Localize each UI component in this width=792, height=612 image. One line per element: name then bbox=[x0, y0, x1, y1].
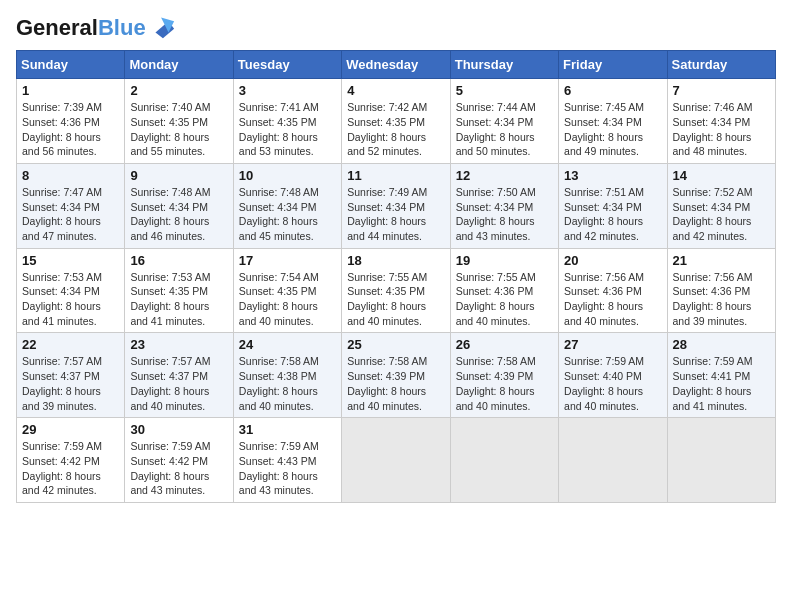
day-detail: Sunrise: 7:55 AMSunset: 4:36 PMDaylight:… bbox=[456, 271, 536, 327]
col-thursday: Thursday bbox=[450, 51, 558, 79]
calendar-cell: 4 Sunrise: 7:42 AMSunset: 4:35 PMDayligh… bbox=[342, 79, 450, 164]
calendar-cell: 27 Sunrise: 7:59 AMSunset: 4:40 PMDaylig… bbox=[559, 333, 667, 418]
day-detail: Sunrise: 7:58 AMSunset: 4:38 PMDaylight:… bbox=[239, 355, 319, 411]
calendar-cell: 29 Sunrise: 7:59 AMSunset: 4:42 PMDaylig… bbox=[17, 418, 125, 503]
calendar-cell: 25 Sunrise: 7:58 AMSunset: 4:39 PMDaylig… bbox=[342, 333, 450, 418]
calendar-cell: 26 Sunrise: 7:58 AMSunset: 4:39 PMDaylig… bbox=[450, 333, 558, 418]
day-number: 4 bbox=[347, 83, 444, 98]
day-detail: Sunrise: 7:40 AMSunset: 4:35 PMDaylight:… bbox=[130, 101, 210, 157]
day-detail: Sunrise: 7:46 AMSunset: 4:34 PMDaylight:… bbox=[673, 101, 753, 157]
day-number: 17 bbox=[239, 253, 336, 268]
calendar-table: Sunday Monday Tuesday Wednesday Thursday… bbox=[16, 50, 776, 503]
day-detail: Sunrise: 7:52 AMSunset: 4:34 PMDaylight:… bbox=[673, 186, 753, 242]
calendar-cell: 16 Sunrise: 7:53 AMSunset: 4:35 PMDaylig… bbox=[125, 248, 233, 333]
day-detail: Sunrise: 7:58 AMSunset: 4:39 PMDaylight:… bbox=[347, 355, 427, 411]
calendar-week-row: 1 Sunrise: 7:39 AMSunset: 4:36 PMDayligh… bbox=[17, 79, 776, 164]
day-detail: Sunrise: 7:58 AMSunset: 4:39 PMDaylight:… bbox=[456, 355, 536, 411]
calendar-cell: 10 Sunrise: 7:48 AMSunset: 4:34 PMDaylig… bbox=[233, 163, 341, 248]
day-number: 14 bbox=[673, 168, 770, 183]
day-detail: Sunrise: 7:42 AMSunset: 4:35 PMDaylight:… bbox=[347, 101, 427, 157]
day-number: 25 bbox=[347, 337, 444, 352]
day-number: 20 bbox=[564, 253, 661, 268]
day-detail: Sunrise: 7:53 AMSunset: 4:34 PMDaylight:… bbox=[22, 271, 102, 327]
day-detail: Sunrise: 7:59 AMSunset: 4:42 PMDaylight:… bbox=[130, 440, 210, 496]
day-detail: Sunrise: 7:57 AMSunset: 4:37 PMDaylight:… bbox=[130, 355, 210, 411]
calendar-cell: 2 Sunrise: 7:40 AMSunset: 4:35 PMDayligh… bbox=[125, 79, 233, 164]
day-detail: Sunrise: 7:57 AMSunset: 4:37 PMDaylight:… bbox=[22, 355, 102, 411]
day-detail: Sunrise: 7:45 AMSunset: 4:34 PMDaylight:… bbox=[564, 101, 644, 157]
calendar-week-row: 22 Sunrise: 7:57 AMSunset: 4:37 PMDaylig… bbox=[17, 333, 776, 418]
calendar-cell: 24 Sunrise: 7:58 AMSunset: 4:38 PMDaylig… bbox=[233, 333, 341, 418]
calendar-cell: 13 Sunrise: 7:51 AMSunset: 4:34 PMDaylig… bbox=[559, 163, 667, 248]
calendar-cell: 31 Sunrise: 7:59 AMSunset: 4:43 PMDaylig… bbox=[233, 418, 341, 503]
day-detail: Sunrise: 7:55 AMSunset: 4:35 PMDaylight:… bbox=[347, 271, 427, 327]
calendar-cell: 15 Sunrise: 7:53 AMSunset: 4:34 PMDaylig… bbox=[17, 248, 125, 333]
calendar-cell: 18 Sunrise: 7:55 AMSunset: 4:35 PMDaylig… bbox=[342, 248, 450, 333]
calendar-cell: 28 Sunrise: 7:59 AMSunset: 4:41 PMDaylig… bbox=[667, 333, 775, 418]
day-number: 2 bbox=[130, 83, 227, 98]
day-detail: Sunrise: 7:56 AMSunset: 4:36 PMDaylight:… bbox=[564, 271, 644, 327]
day-number: 30 bbox=[130, 422, 227, 437]
logo-text: GeneralBlue bbox=[16, 16, 146, 40]
day-detail: Sunrise: 7:44 AMSunset: 4:34 PMDaylight:… bbox=[456, 101, 536, 157]
day-detail: Sunrise: 7:53 AMSunset: 4:35 PMDaylight:… bbox=[130, 271, 210, 327]
logo: GeneralBlue bbox=[16, 16, 176, 40]
calendar-cell: 11 Sunrise: 7:49 AMSunset: 4:34 PMDaylig… bbox=[342, 163, 450, 248]
day-detail: Sunrise: 7:48 AMSunset: 4:34 PMDaylight:… bbox=[130, 186, 210, 242]
calendar-cell: 21 Sunrise: 7:56 AMSunset: 4:36 PMDaylig… bbox=[667, 248, 775, 333]
col-saturday: Saturday bbox=[667, 51, 775, 79]
calendar-cell: 19 Sunrise: 7:55 AMSunset: 4:36 PMDaylig… bbox=[450, 248, 558, 333]
day-number: 11 bbox=[347, 168, 444, 183]
day-detail: Sunrise: 7:56 AMSunset: 4:36 PMDaylight:… bbox=[673, 271, 753, 327]
calendar-cell: 6 Sunrise: 7:45 AMSunset: 4:34 PMDayligh… bbox=[559, 79, 667, 164]
calendar-cell: 5 Sunrise: 7:44 AMSunset: 4:34 PMDayligh… bbox=[450, 79, 558, 164]
day-number: 16 bbox=[130, 253, 227, 268]
day-number: 23 bbox=[130, 337, 227, 352]
day-detail: Sunrise: 7:41 AMSunset: 4:35 PMDaylight:… bbox=[239, 101, 319, 157]
day-number: 8 bbox=[22, 168, 119, 183]
calendar-cell: 3 Sunrise: 7:41 AMSunset: 4:35 PMDayligh… bbox=[233, 79, 341, 164]
day-number: 24 bbox=[239, 337, 336, 352]
day-detail: Sunrise: 7:48 AMSunset: 4:34 PMDaylight:… bbox=[239, 186, 319, 242]
day-number: 13 bbox=[564, 168, 661, 183]
day-number: 26 bbox=[456, 337, 553, 352]
day-number: 3 bbox=[239, 83, 336, 98]
day-detail: Sunrise: 7:59 AMSunset: 4:42 PMDaylight:… bbox=[22, 440, 102, 496]
day-number: 1 bbox=[22, 83, 119, 98]
day-detail: Sunrise: 7:39 AMSunset: 4:36 PMDaylight:… bbox=[22, 101, 102, 157]
day-detail: Sunrise: 7:59 AMSunset: 4:43 PMDaylight:… bbox=[239, 440, 319, 496]
calendar-cell bbox=[342, 418, 450, 503]
day-number: 10 bbox=[239, 168, 336, 183]
calendar-week-row: 8 Sunrise: 7:47 AMSunset: 4:34 PMDayligh… bbox=[17, 163, 776, 248]
calendar-week-row: 15 Sunrise: 7:53 AMSunset: 4:34 PMDaylig… bbox=[17, 248, 776, 333]
day-number: 31 bbox=[239, 422, 336, 437]
calendar-week-row: 29 Sunrise: 7:59 AMSunset: 4:42 PMDaylig… bbox=[17, 418, 776, 503]
calendar-cell: 20 Sunrise: 7:56 AMSunset: 4:36 PMDaylig… bbox=[559, 248, 667, 333]
calendar-cell bbox=[559, 418, 667, 503]
day-number: 6 bbox=[564, 83, 661, 98]
col-sunday: Sunday bbox=[17, 51, 125, 79]
day-number: 22 bbox=[22, 337, 119, 352]
day-number: 28 bbox=[673, 337, 770, 352]
calendar-cell: 30 Sunrise: 7:59 AMSunset: 4:42 PMDaylig… bbox=[125, 418, 233, 503]
col-monday: Monday bbox=[125, 51, 233, 79]
col-tuesday: Tuesday bbox=[233, 51, 341, 79]
logo-icon bbox=[148, 12, 176, 40]
calendar-cell: 1 Sunrise: 7:39 AMSunset: 4:36 PMDayligh… bbox=[17, 79, 125, 164]
day-number: 21 bbox=[673, 253, 770, 268]
calendar-cell bbox=[667, 418, 775, 503]
page-header: GeneralBlue bbox=[16, 16, 776, 40]
day-detail: Sunrise: 7:47 AMSunset: 4:34 PMDaylight:… bbox=[22, 186, 102, 242]
day-number: 27 bbox=[564, 337, 661, 352]
day-number: 7 bbox=[673, 83, 770, 98]
day-detail: Sunrise: 7:54 AMSunset: 4:35 PMDaylight:… bbox=[239, 271, 319, 327]
day-number: 5 bbox=[456, 83, 553, 98]
calendar-cell: 22 Sunrise: 7:57 AMSunset: 4:37 PMDaylig… bbox=[17, 333, 125, 418]
calendar-cell: 12 Sunrise: 7:50 AMSunset: 4:34 PMDaylig… bbox=[450, 163, 558, 248]
calendar-cell: 14 Sunrise: 7:52 AMSunset: 4:34 PMDaylig… bbox=[667, 163, 775, 248]
day-number: 19 bbox=[456, 253, 553, 268]
day-detail: Sunrise: 7:59 AMSunset: 4:40 PMDaylight:… bbox=[564, 355, 644, 411]
col-friday: Friday bbox=[559, 51, 667, 79]
day-number: 15 bbox=[22, 253, 119, 268]
calendar-cell: 9 Sunrise: 7:48 AMSunset: 4:34 PMDayligh… bbox=[125, 163, 233, 248]
